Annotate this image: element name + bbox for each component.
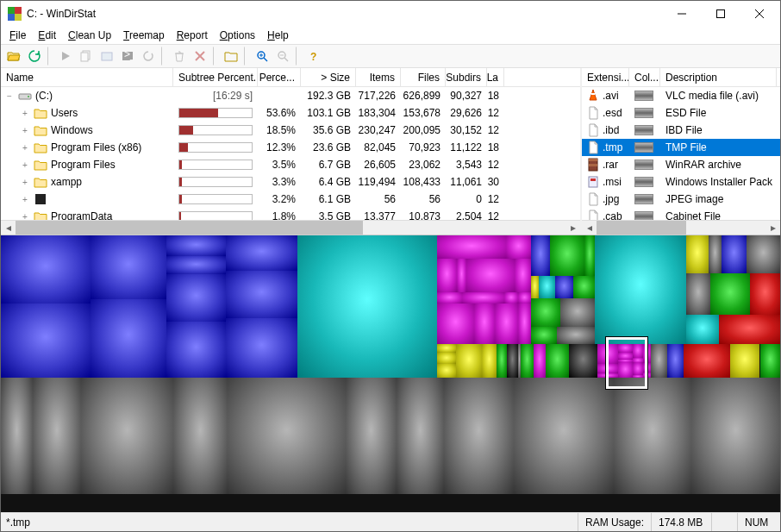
copy-icon[interactable]	[77, 47, 96, 66]
extension-row[interactable]: .tmpTMP File	[582, 139, 780, 156]
svg-rect-2	[8, 14, 15, 21]
toolbar: >_ ?	[1, 44, 780, 68]
expand-icon[interactable]: +	[20, 143, 30, 153]
column-header[interactable]: Subdirs	[446, 68, 487, 86]
color-swatch	[634, 108, 653, 118]
directory-tree-pane: NameSubtree Percent...Perce...> SizeItem…	[1, 68, 582, 235]
column-header[interactable]: Subtree Percent...	[173, 68, 258, 86]
maximize-button[interactable]	[701, 2, 740, 27]
titlebar: C: - WinDirStat	[1, 1, 780, 27]
expand-icon[interactable]: +	[20, 160, 30, 170]
directory-tree-headers[interactable]: NameSubtree Percent...Perce...> SizeItem…	[1, 68, 580, 87]
svg-rect-25	[35, 194, 46, 204]
column-header[interactable]: Perce...	[258, 68, 301, 86]
zoom-in-icon[interactable]	[253, 47, 272, 66]
color-swatch	[634, 160, 653, 170]
explorer-icon[interactable]	[97, 47, 116, 66]
h-scrollbar[interactable]: ◂▸	[1, 220, 580, 235]
help-icon[interactable]: ?	[304, 47, 323, 66]
trash-icon[interactable]	[170, 47, 189, 66]
column-header[interactable]: La	[487, 68, 504, 86]
tree-row[interactable]: +Windows18.5%35.6 GB230,247200,09530,152…	[1, 122, 580, 139]
menu-report[interactable]: Report	[172, 28, 213, 43]
tree-row[interactable]: +xampp3.3%6.4 GB119,494108,43311,06130	[1, 173, 580, 191]
app-icon	[8, 7, 22, 21]
column-header[interactable]: > Size	[301, 68, 356, 86]
svg-point-24	[28, 96, 29, 97]
svg-rect-30	[589, 177, 597, 187]
refresh-icon[interactable]	[25, 47, 44, 66]
tree-row[interactable]: +ProgramData1.8%3.5 GB13,37710,8732,5041…	[1, 208, 580, 220]
menu-clean-up[interactable]: Clean Up	[63, 28, 116, 43]
window-title: C: - WinDirStat	[27, 8, 662, 20]
tree-row[interactable]: +Program Files (x86)12.3%23.6 GB82,04570…	[1, 139, 580, 156]
minimize-button[interactable]	[662, 2, 701, 27]
expand-icon[interactable]: −	[4, 91, 15, 101]
ram-label: RAM Usage:	[578, 513, 651, 531]
expand-icon[interactable]: +	[20, 126, 30, 135]
row-name: xampp	[51, 176, 82, 188]
menu-help[interactable]: Help	[262, 28, 294, 43]
svg-line-16	[264, 58, 267, 61]
extension-row[interactable]: .jpgJPEG image	[582, 191, 780, 208]
extension-list-pane: Extensi...Col...Description .aviVLC medi…	[582, 68, 780, 235]
column-header[interactable]: Files	[401, 68, 446, 86]
column-header[interactable]: Description	[660, 68, 777, 86]
color-swatch	[634, 177, 653, 187]
row-name: Users	[51, 107, 78, 119]
tree-row[interactable]: +3.2%6.1 GB5656012	[1, 191, 580, 208]
expand-icon[interactable]: +	[20, 178, 30, 187]
directory-tree-rows: −(C:)[16:29 s]192.3 GB717,226626,89990,3…	[1, 87, 580, 220]
extension-list-headers[interactable]: Extensi...Col...Description	[582, 68, 780, 87]
h-scrollbar[interactable]: ◂▸	[582, 220, 780, 235]
menubar: FileEditClean UpTreemapReportOptionsHelp	[1, 27, 780, 44]
menu-treemap[interactable]: Treemap	[118, 28, 170, 43]
svg-rect-3	[15, 14, 22, 21]
refresh2-icon[interactable]	[139, 47, 158, 66]
expand-icon[interactable]: +	[20, 109, 30, 118]
column-header[interactable]: Items	[356, 68, 401, 86]
extension-row[interactable]: .aviVLC media file (.avi)	[582, 87, 780, 104]
svg-text:?: ?	[310, 51, 316, 62]
row-name: ProgramData	[51, 210, 112, 220]
tree-row[interactable]: +Program Files3.5%6.7 GB26,60523,0623,54…	[1, 156, 580, 173]
row-name: Program Files (x86)	[51, 141, 141, 153]
color-swatch	[634, 142, 653, 153]
open-icon[interactable]	[4, 47, 23, 66]
extension-row[interactable]: .ibdIBD File	[582, 122, 780, 139]
zoom-out-icon[interactable]	[273, 47, 292, 66]
num-indicator: NUM	[737, 513, 775, 531]
delete-icon[interactable]	[191, 47, 209, 66]
extension-row[interactable]: .cabCabinet File	[582, 208, 780, 220]
color-swatch	[634, 211, 653, 220]
row-name: Program Files	[51, 159, 116, 171]
column-header[interactable]: Name	[1, 68, 173, 86]
close-button[interactable]	[740, 2, 778, 27]
expand-icon[interactable]: +	[20, 195, 30, 204]
svg-text:>_: >_	[124, 50, 134, 60]
svg-rect-28	[589, 159, 597, 161]
extension-row[interactable]: .esdESD File	[582, 104, 780, 122]
treemap[interactable]	[1, 235, 780, 512]
menu-options[interactable]: Options	[215, 28, 260, 43]
tree-row[interactable]: −(C:)[16:29 s]192.3 GB717,226626,89990,3…	[1, 87, 580, 104]
folder-icon[interactable]	[222, 47, 241, 66]
svg-rect-1	[15, 7, 22, 14]
svg-rect-0	[8, 7, 15, 14]
svg-rect-5	[716, 10, 724, 18]
menu-file[interactable]: File	[4, 28, 31, 43]
column-header[interactable]: Extensi...	[582, 68, 629, 86]
column-header[interactable]: Col...	[629, 68, 660, 86]
svg-line-20	[284, 58, 288, 61]
svg-rect-9	[81, 53, 88, 61]
expand-icon[interactable]: +	[20, 212, 30, 221]
cmd-icon[interactable]: >_	[118, 47, 137, 66]
play-icon[interactable]	[56, 47, 75, 66]
tree-row[interactable]: +Users53.6%103.1 GB183,304153,67829,6261…	[1, 104, 580, 122]
extension-row[interactable]: .msiWindows Installer Pack	[582, 173, 780, 191]
status-bar: *.tmp RAM Usage: 174.8 MB NUM	[1, 512, 780, 531]
extension-row[interactable]: .rarWinRAR archive	[582, 156, 780, 173]
svg-rect-29	[589, 164, 597, 166]
menu-edit[interactable]: Edit	[33, 28, 61, 43]
row-name: Windows	[51, 124, 93, 136]
